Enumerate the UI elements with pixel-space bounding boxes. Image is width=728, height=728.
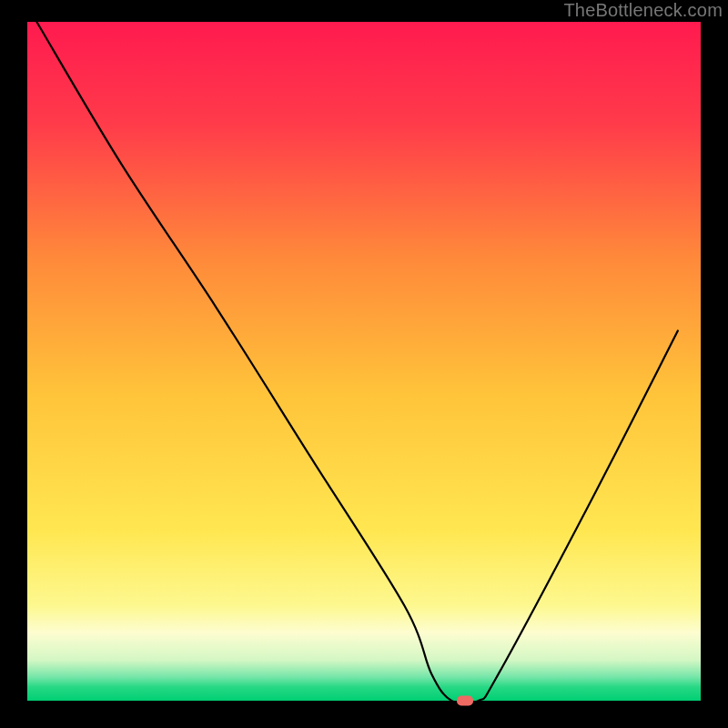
bottleneck-chart	[0, 0, 728, 728]
watermark-text: TheBottleneck.com	[563, 0, 723, 21]
chart-stage: TheBottleneck.com	[0, 0, 728, 728]
minimum-marker	[457, 696, 473, 706]
plot-background	[27, 22, 701, 701]
